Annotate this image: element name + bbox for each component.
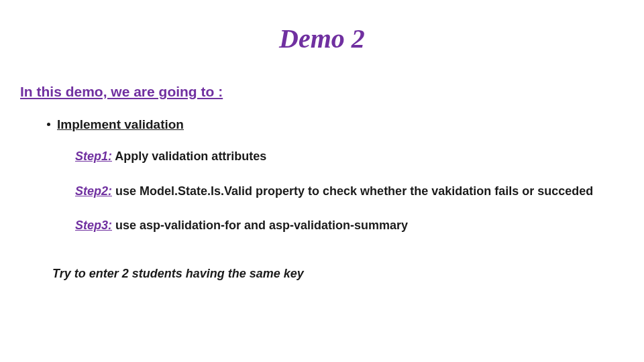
step-2: Step2: use Model.State.Is.Valid property…: [75, 182, 597, 202]
step-body: use asp-validation-for and asp-validatio…: [112, 219, 408, 232]
step-3: Step3: use asp-validation-for and asp-va…: [75, 216, 597, 236]
closing-note: Try to enter 2 students having the same …: [52, 267, 624, 281]
step-body: use Model.State.Is.Valid property to che…: [112, 184, 593, 198]
intro-line: In this demo, we are going to :: [20, 84, 624, 100]
step-label: Step3:: [75, 219, 112, 232]
slide: Demo 2 In this demo, we are going to : I…: [0, 0, 644, 362]
bullet-item: Implement validation: [47, 117, 624, 132]
step-body: Apply validation attributes: [112, 149, 266, 163]
steps-list: Step1: Apply validation attributes Step2…: [75, 147, 597, 236]
step-label: Step2:: [75, 184, 112, 198]
step-1: Step1: Apply validation attributes: [75, 147, 597, 167]
bullet-icon: [47, 123, 50, 126]
bullet-text: Implement validation: [57, 117, 184, 132]
slide-title: Demo 2: [208, 23, 436, 54]
step-label: Step1:: [75, 149, 112, 163]
